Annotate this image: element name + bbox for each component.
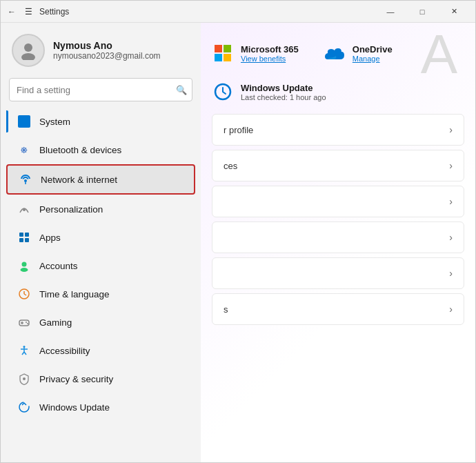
chevron-right-icon-3: ›	[449, 196, 453, 207]
content-area: A Microsoft 365 View benefits	[201, 23, 475, 462]
gaming-icon	[17, 315, 31, 329]
settings-item-profile-text: r profile	[224, 125, 253, 135]
chevron-right-icon-5: ›	[449, 268, 453, 279]
accessibility-icon	[17, 344, 31, 357]
user-email: nymousano2023@gmail.com	[53, 51, 161, 61]
settings-item-devices[interactable]: ces ›	[212, 150, 464, 181]
sidebar-item-privacy[interactable]: Privacy & security	[6, 365, 195, 393]
sidebar: Nymous Ano nymousano2023@gmail.com 🔍 Sys…	[1, 23, 201, 462]
sidebar-item-privacy-label: Privacy & security	[39, 374, 113, 384]
chevron-right-icon-6: ›	[449, 304, 453, 315]
apps-icon	[17, 230, 31, 244]
settings-window: ← ☰ Settings — □ ✕ Nymous Ano	[0, 0, 476, 463]
user-profile[interactable]: Nymous Ano nymousano2023@gmail.com	[1, 23, 201, 75]
sidebar-item-gaming[interactable]: Gaming	[6, 308, 195, 336]
window-controls: — □ ✕	[375, 1, 470, 23]
update-tile-icon	[212, 81, 234, 103]
chevron-right-icon-2: ›	[449, 160, 453, 171]
svg-line-13	[24, 294, 26, 295]
network-icon	[19, 173, 32, 186]
svg-point-18	[27, 323, 28, 324]
sidebar-item-windows-update-label: Windows Update	[39, 402, 110, 413]
chevron-right-icon: ›	[449, 124, 453, 135]
settings-item-6-text: s	[224, 304, 228, 315]
settings-item-5[interactable]: ›	[212, 257, 464, 289]
close-button[interactable]: ✕	[438, 1, 470, 23]
chevron-right-icon-4: ›	[449, 232, 453, 243]
settings-item-6[interactable]: s ›	[212, 293, 464, 325]
ms365-subtitle[interactable]: View benefits	[241, 55, 299, 63]
avatar	[12, 34, 45, 67]
sidebar-item-accessibility[interactable]: Accessibility	[6, 337, 195, 364]
onedrive-title: OneDrive	[353, 44, 393, 55]
sidebar-item-time[interactable]: Time & language	[6, 280, 195, 308]
svg-point-4	[23, 208, 26, 211]
onedrive-subtitle[interactable]: Manage	[353, 55, 393, 63]
active-bar	[6, 110, 8, 132]
sidebar-item-bluetooth[interactable]: ⎈ Bluetooth & devices	[6, 136, 195, 164]
bluetooth-icon: ⎈	[17, 143, 31, 157]
svg-point-17	[26, 322, 27, 323]
sidebar-item-apps-label: Apps	[39, 233, 61, 243]
svg-rect-6	[25, 233, 29, 237]
sidebar-item-gaming-label: Gaming	[39, 317, 72, 328]
maximize-button[interactable]: □	[406, 1, 438, 23]
privacy-icon	[17, 372, 31, 386]
sidebar-item-accounts-label: Accounts	[39, 261, 78, 271]
time-icon	[17, 287, 31, 301]
back-button[interactable]: ←	[6, 6, 17, 17]
svg-rect-7	[19, 238, 23, 242]
onedrive-info: OneDrive Manage	[353, 44, 393, 63]
settings-item-profile[interactable]: r profile ›	[212, 114, 464, 146]
sidebar-item-system-label: System	[39, 117, 70, 127]
update-subtitle: Last checked: 1 hour ago	[241, 93, 326, 101]
search-input[interactable]	[9, 78, 192, 101]
settings-item-3[interactable]: ›	[212, 186, 464, 217]
svg-line-23	[24, 352, 26, 355]
svg-point-10	[21, 268, 28, 272]
user-info: Nymous Ano nymousano2023@gmail.com	[53, 40, 161, 61]
svg-point-2	[24, 179, 27, 182]
sidebar-item-bluetooth-label: Bluetooth & devices	[39, 145, 121, 155]
ms365-info: Microsoft 365 View benefits	[241, 44, 299, 63]
onedrive-tile[interactable]: OneDrive Manage	[324, 42, 393, 64]
sidebar-item-accessibility-label: Accessibility	[39, 346, 90, 356]
search-icon: 🔍	[176, 85, 187, 95]
svg-point-24	[23, 377, 26, 380]
sidebar-item-windows-update[interactable]: Windows Update	[6, 393, 195, 421]
system-icon	[17, 115, 31, 128]
windows-update-icon	[17, 400, 31, 414]
sidebar-item-time-label: Time & language	[39, 289, 110, 299]
sidebar-item-apps[interactable]: Apps	[6, 224, 195, 251]
sidebar-item-personalization[interactable]: Personalization	[6, 195, 195, 223]
ms365-title: Microsoft 365	[241, 44, 299, 55]
sidebar-item-system[interactable]: System	[6, 108, 195, 135]
onedrive-icon	[324, 42, 346, 64]
sidebar-item-network-label: Network & internet	[41, 175, 117, 185]
svg-point-1	[21, 53, 35, 60]
ms365-tile[interactable]: Microsoft 365 View benefits	[212, 42, 299, 64]
menu-button[interactable]: ☰	[23, 6, 34, 17]
svg-point-25	[19, 402, 29, 412]
settings-list: r profile › ces › › › ›	[212, 114, 464, 325]
accounts-icon	[17, 259, 31, 273]
svg-rect-5	[19, 233, 23, 237]
window-title: Settings	[39, 7, 69, 17]
update-info: Windows Update Last checked: 1 hour ago	[241, 83, 326, 101]
minimize-button[interactable]: —	[375, 1, 406, 23]
quick-tiles: Microsoft 365 View benefits OneDrive	[212, 34, 464, 70]
sidebar-item-personalization-label: Personalization	[39, 204, 103, 215]
update-title: Windows Update	[241, 83, 326, 93]
personalization-icon	[17, 202, 31, 216]
settings-item-4[interactable]: ›	[212, 221, 464, 253]
ms365-icon	[212, 42, 234, 64]
sidebar-item-network[interactable]: Network & internet	[6, 164, 195, 195]
user-name: Nymous Ano	[53, 40, 161, 51]
svg-point-0	[24, 43, 32, 52]
sidebar-nav: System ⎈ Bluetooth & devices	[1, 107, 201, 422]
title-bar: ← ☰ Settings — □ ✕	[1, 1, 475, 23]
svg-point-19	[23, 346, 26, 348]
svg-rect-8	[25, 238, 29, 242]
settings-item-devices-text: ces	[224, 161, 237, 171]
sidebar-item-accounts[interactable]: Accounts	[6, 252, 195, 279]
